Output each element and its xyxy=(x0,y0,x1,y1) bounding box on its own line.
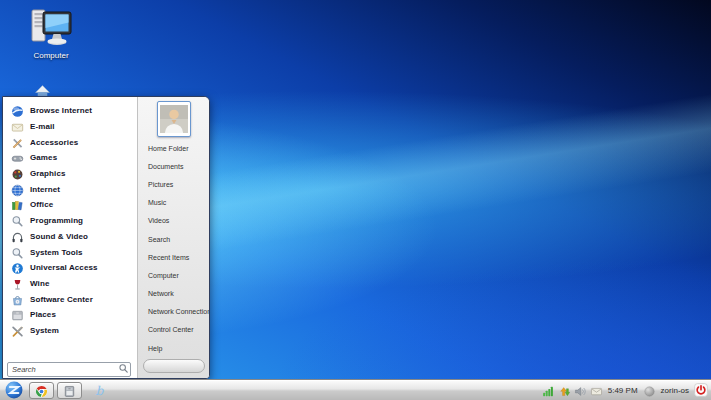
place-item[interactable]: Pictures xyxy=(138,175,209,193)
menu-item[interactable]: Sound & Video xyxy=(8,229,135,245)
b-app-icon: b xyxy=(92,383,106,398)
menu-item[interactable]: Games xyxy=(8,150,135,166)
session-button[interactable] xyxy=(153,361,164,372)
mail-notification-icon[interactable] xyxy=(590,384,603,397)
start-menu-applications-pane: Browse Internet E-mail Accessories Games… xyxy=(3,97,137,378)
hostname-label: zorin-os xyxy=(659,386,691,395)
status-orb-icon[interactable] xyxy=(643,384,656,397)
place-item[interactable]: Search xyxy=(138,230,209,248)
menu-item[interactable]: Wine xyxy=(8,276,135,292)
menu-item-icon xyxy=(11,136,24,149)
place-item-label: Recent Items xyxy=(148,254,189,261)
menu-item-icon xyxy=(11,104,24,117)
menu-item-label: Browse Internet xyxy=(30,106,92,115)
menu-item[interactable]: E-mail xyxy=(8,119,135,135)
clock[interactable]: 5:49 PM xyxy=(606,386,640,395)
place-item[interactable]: Network xyxy=(138,285,209,303)
place-item[interactable]: Control Center xyxy=(138,321,209,339)
menu-item-icon xyxy=(11,151,24,164)
menu-search xyxy=(7,358,131,373)
place-item[interactable]: Music xyxy=(138,194,209,212)
file-manager-launcher-button[interactable] xyxy=(57,382,82,399)
chrome-launcher-button[interactable] xyxy=(29,382,54,399)
place-item[interactable]: Computer xyxy=(138,266,209,284)
updates-icon[interactable] xyxy=(558,384,571,397)
menu-item-icon xyxy=(11,198,24,211)
menu-item-label: System Tools xyxy=(30,248,83,257)
place-item[interactable]: Network Connections xyxy=(138,303,209,321)
menu-item-label: Places xyxy=(30,310,56,319)
power-button-icon[interactable] xyxy=(694,383,708,397)
menu-item-label: Universal Access xyxy=(30,263,98,272)
place-item[interactable]: Home Folder xyxy=(138,139,209,157)
menu-item-icon xyxy=(11,277,24,290)
menu-item-label: Games xyxy=(30,153,57,162)
place-item-label: Help xyxy=(148,345,162,352)
place-item-label: Network xyxy=(148,290,174,297)
place-item-label: Control Center xyxy=(148,326,194,333)
menu-item-label: E-mail xyxy=(30,122,55,131)
session-button[interactable] xyxy=(185,361,196,372)
taskbar: b 5:49 PM zorin-os xyxy=(0,379,711,400)
session-button-bar xyxy=(143,359,205,373)
menu-item-icon xyxy=(11,214,24,227)
menu-item[interactable]: Browse Internet xyxy=(8,103,135,119)
menu-item-label: Sound & Video xyxy=(30,232,88,241)
place-item-label: Music xyxy=(148,199,166,206)
menu-item[interactable]: Office xyxy=(8,197,135,213)
place-item-label: Videos xyxy=(148,217,169,224)
menu-item-icon xyxy=(11,183,24,196)
menu-item-icon xyxy=(11,120,24,133)
menu-item-label: Office xyxy=(30,200,53,209)
menu-item-icon xyxy=(11,324,24,337)
menu-item-label: Wine xyxy=(30,279,49,288)
place-item-label: Computer xyxy=(148,272,179,279)
user-avatar-image xyxy=(160,104,188,134)
zorin-menu-button[interactable] xyxy=(2,381,26,400)
menu-item[interactable]: Graphics xyxy=(8,166,135,182)
svg-text:b: b xyxy=(96,383,105,397)
search-input[interactable] xyxy=(7,362,131,377)
menu-item-icon xyxy=(11,230,24,243)
menu-item[interactable]: Universal Access xyxy=(8,260,135,276)
place-item-label: Search xyxy=(148,236,170,243)
computer-icon xyxy=(27,6,75,50)
start-menu-places-pane: Home Folder Documents Pictures Music Vid… xyxy=(137,97,209,378)
start-menu: Browse Internet E-mail Accessories Games… xyxy=(2,96,210,379)
volume-icon[interactable] xyxy=(574,384,587,397)
menu-item-label: Software Center xyxy=(30,295,93,304)
menu-item[interactable]: System xyxy=(8,323,135,339)
menu-item-icon xyxy=(11,246,24,259)
menu-item[interactable]: Programming xyxy=(8,213,135,229)
place-item-label: Documents xyxy=(148,163,183,170)
place-item-label: Pictures xyxy=(148,181,173,188)
menu-item-label: Graphics xyxy=(30,169,65,178)
menu-item[interactable]: Accessories xyxy=(8,134,135,150)
computer-icon-label: Computer xyxy=(16,51,86,60)
menu-item[interactable]: Places xyxy=(8,307,135,323)
menu-item[interactable]: Internet xyxy=(8,181,135,197)
network-signal-icon[interactable] xyxy=(542,384,555,397)
application-list: Browse Internet E-mail Accessories Games… xyxy=(8,103,135,338)
search-icon xyxy=(118,360,129,371)
chrome-icon xyxy=(35,384,48,397)
computer-desktop-icon[interactable]: Computer xyxy=(16,6,86,60)
menu-item[interactable]: Software Center xyxy=(8,291,135,307)
place-item-label: Home Folder xyxy=(148,145,188,152)
place-item[interactable]: Help xyxy=(138,339,209,357)
b-app-launcher[interactable]: b xyxy=(90,382,108,398)
menu-item-label: Programming xyxy=(30,216,83,225)
menu-item-label: Internet xyxy=(30,185,60,194)
place-item[interactable]: Videos xyxy=(138,212,209,230)
place-item-label: Network Connections xyxy=(148,308,210,315)
place-item[interactable]: Recent Items xyxy=(138,248,209,266)
menu-item[interactable]: System Tools xyxy=(8,244,135,260)
places-list: Home Folder Documents Pictures Music Vid… xyxy=(138,139,209,357)
session-button[interactable] xyxy=(169,361,180,372)
menu-item-icon xyxy=(11,308,24,321)
menu-item-label: System xyxy=(30,326,59,335)
system-tray: 5:49 PM zorin-os xyxy=(542,383,711,397)
zorin-logo-icon xyxy=(5,381,23,399)
place-item[interactable]: Documents xyxy=(138,157,209,175)
user-avatar[interactable] xyxy=(157,101,191,137)
